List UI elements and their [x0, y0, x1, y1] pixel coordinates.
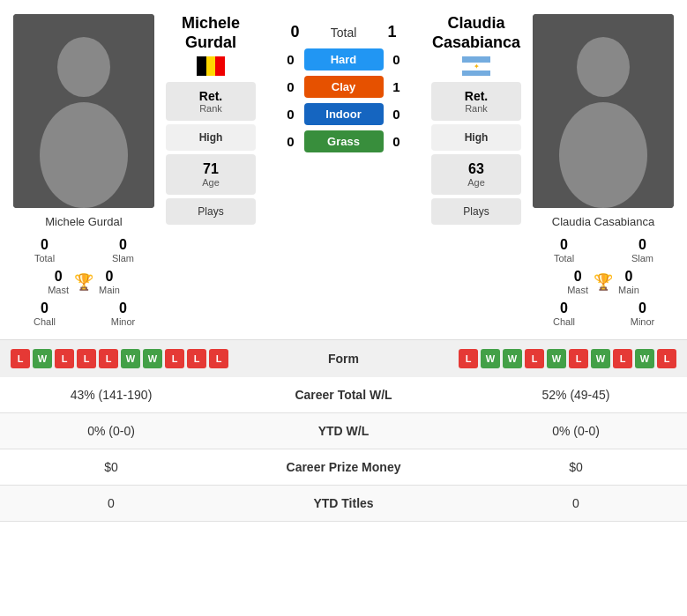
main-container: Michele Gurdal 0 Total 0 Slam 0 Mast 🏆: [0, 0, 687, 522]
left-stats-grid: 0 Total 0 Slam: [9, 237, 159, 263]
left-player-photo: [13, 14, 154, 208]
right-form-0: L: [459, 349, 478, 368]
left-high-box: High: [166, 124, 256, 151]
right-player-name: Claudia Casabianca: [552, 215, 654, 228]
ytd-wl-center: YTD W/L: [208, 424, 479, 438]
right-plays-box: Plays: [431, 198, 521, 225]
ytd-wl-row: 0% (0-0) YTD W/L 0% (0-0): [0, 413, 687, 449]
right-form-4: W: [547, 349, 566, 368]
left-rank-box: Ret. Rank: [166, 82, 256, 121]
career-wl-center: Career Total W/L: [208, 388, 479, 402]
left-flag: [197, 57, 225, 75]
career-stats-table: 43% (141-190) Career Total W/L 52% (49-4…: [0, 377, 687, 522]
right-age-box: 63 Age: [431, 154, 521, 195]
right-form-8: W: [635, 349, 654, 368]
svg-point-4: [577, 37, 630, 97]
top-section: Michele Gurdal 0 Total 0 Slam 0 Mast 🏆: [0, 0, 687, 336]
right-minor-stat: 0 Minor: [607, 301, 678, 327]
right-form-6: W: [591, 349, 610, 368]
left-name-top: MicheleGurdal: [182, 14, 240, 52]
right-form-badges: L W W L W L W L W L: [459, 349, 676, 368]
right-form-1: W: [481, 349, 500, 368]
svg-point-2: [40, 102, 128, 208]
left-trophy-row: 0 Mast 🏆 0 Main: [48, 269, 120, 295]
indoor-row: 0 Indoor 0: [265, 103, 422, 125]
left-mast-stat: 0 Mast: [48, 269, 69, 295]
left-total-stat: 0 Total: [9, 237, 80, 263]
hard-row: 0 Hard 0: [265, 48, 422, 71]
form-label: Form: [328, 352, 359, 366]
ytd-titles-center: YTD Titles: [208, 496, 479, 510]
right-total-stat: 0 Total: [528, 237, 600, 263]
left-form-8: L: [187, 349, 206, 368]
ytd-titles-row: 0 YTD Titles 0: [0, 486, 687, 522]
right-player-photo: [533, 14, 674, 208]
right-form-2: W: [503, 349, 522, 368]
right-form-5: L: [569, 349, 588, 368]
right-name-top: ClaudiaCasabianca: [432, 14, 520, 52]
right-main-stat: 0 Main: [618, 269, 639, 295]
left-age-box: 71 Age: [166, 154, 256, 195]
career-wl-left: 43% (141-190): [14, 388, 208, 402]
left-bottom-stats: 0 Chall 0 Minor: [9, 301, 159, 327]
left-player-info: MicheleGurdal Ret. Rank High 71 Age Pl: [162, 14, 259, 327]
right-stats-grid: 0 Total 0 Slam: [528, 237, 678, 263]
left-form-1: W: [33, 349, 52, 368]
career-wl-right: 52% (49-45): [479, 388, 673, 402]
clay-row: 0 Clay 1: [265, 76, 422, 98]
right-player-info: ClaudiaCasabianca ✦ Ret. Rank High 63 Ag…: [428, 14, 525, 327]
left-player-name: Michele Gurdal: [45, 215, 122, 228]
right-player-col: Claudia Casabianca 0 Total 0 Slam 0 Mast…: [528, 14, 678, 327]
left-form-2: L: [55, 349, 74, 368]
right-form-7: L: [613, 349, 632, 368]
form-section: L W L L L W W L L L Form L W W L W L W L…: [0, 339, 687, 377]
left-form-7: L: [165, 349, 184, 368]
left-form-4: L: [99, 349, 118, 368]
grass-btn: Grass: [304, 130, 384, 152]
prize-money-center: Career Prize Money: [208, 460, 479, 474]
right-rank-box: Ret. Rank: [431, 82, 521, 121]
right-chall-stat: 0 Chall: [528, 301, 600, 327]
indoor-btn: Indoor: [304, 103, 384, 125]
right-trophy-icon: 🏆: [594, 272, 613, 292]
right-slam-stat: 0 Slam: [607, 237, 678, 263]
prize-money-left: $0: [14, 460, 208, 474]
ytd-wl-left: 0% (0-0): [14, 424, 208, 438]
middle-stats: 0 Total 1 0 Hard 0 0 Clay 1 0 Indoor 0 0: [263, 14, 424, 327]
left-chall-stat: 0 Chall: [9, 301, 80, 327]
left-form-9: L: [209, 349, 228, 368]
right-form-3: L: [525, 349, 544, 368]
right-mast-stat: 0 Mast: [567, 269, 588, 295]
left-player-col: Michele Gurdal 0 Total 0 Slam 0 Mast 🏆: [9, 14, 159, 327]
right-flag: ✦: [462, 57, 490, 75]
svg-point-5: [559, 102, 647, 208]
right-high-box: High: [431, 124, 521, 151]
hard-btn: Hard: [304, 48, 384, 71]
left-form-5: W: [121, 349, 140, 368]
clay-btn: Clay: [304, 76, 384, 98]
left-form-0: L: [11, 349, 30, 368]
left-form-badges: L W L L L W W L L L: [11, 349, 228, 368]
prize-money-row: $0 Career Prize Money $0: [0, 449, 687, 486]
left-trophy-icon: 🏆: [74, 272, 93, 292]
right-bottom-stats: 0 Chall 0 Minor: [528, 301, 678, 327]
left-form-3: L: [77, 349, 96, 368]
grass-row: 0 Grass 0: [265, 130, 422, 152]
prize-money-right: $0: [479, 460, 673, 474]
ytd-titles-right: 0: [479, 496, 673, 510]
left-main-stat: 0 Main: [99, 269, 120, 295]
career-wl-row: 43% (141-190) Career Total W/L 52% (49-4…: [0, 377, 687, 413]
total-row: 0 Total 1: [265, 14, 422, 41]
ytd-titles-left: 0: [14, 496, 208, 510]
left-form-6: W: [143, 349, 162, 368]
left-plays-box: Plays: [166, 198, 256, 225]
svg-point-1: [57, 37, 110, 97]
left-minor-stat: 0 Minor: [87, 301, 159, 327]
right-trophy-row: 0 Mast 🏆 0 Main: [567, 269, 639, 295]
left-slam-stat: 0 Slam: [87, 237, 159, 263]
ytd-wl-right: 0% (0-0): [479, 424, 673, 438]
right-form-9: L: [657, 349, 676, 368]
